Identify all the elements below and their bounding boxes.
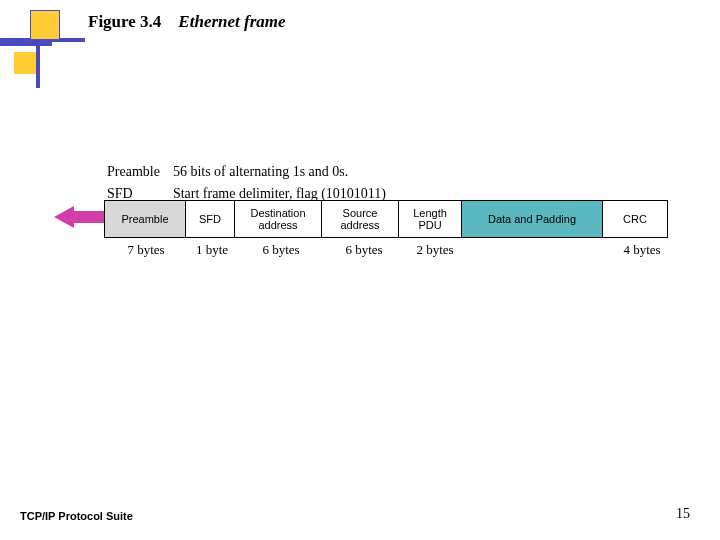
frame-field: Sourceaddress <box>322 201 399 238</box>
frame-field: Data and Padding <box>462 201 603 238</box>
frame-field-size: 4 bytes <box>610 242 674 258</box>
direction-arrow-icon <box>54 206 110 228</box>
figure-title: Figure 3.4 Ethernet frame <box>88 12 286 32</box>
footer-source: TCP/IP Protocol Suite <box>20 510 133 522</box>
figure-number: Figure 3.4 <box>88 12 161 31</box>
frame-field: Destinationaddress <box>235 201 322 238</box>
header-vertical-rule <box>36 38 40 88</box>
frame-field-size <box>468 242 608 258</box>
def-term: Preamble <box>106 162 170 182</box>
header-rule-short <box>0 42 52 46</box>
page-number: 15 <box>676 506 690 522</box>
figure-caption: Ethernet frame <box>178 12 285 31</box>
frame-field-size: 6 bytes <box>238 242 324 258</box>
header-square-icon <box>30 10 60 40</box>
frame-field-size: 7 bytes <box>106 242 186 258</box>
frame-field: LengthPDU <box>399 201 462 238</box>
frame-field-size: 2 bytes <box>404 242 466 258</box>
field-sizes-row: 7 bytes1 byte6 bytes6 bytes2 bytes4 byte… <box>104 240 676 260</box>
ethernet-frame-diagram: PreambleSFDDestinationaddressSourceaddre… <box>104 200 668 238</box>
frame-field: SFD <box>186 201 235 238</box>
frame-field: Preamble <box>105 201 186 238</box>
frame-field-size: 1 byte <box>188 242 236 258</box>
frame-field-size: 6 bytes <box>326 242 402 258</box>
slide: Figure 3.4 Ethernet frame Preamble56 bit… <box>0 0 720 540</box>
def-desc: 56 bits of alternating 1s and 0s. <box>172 162 396 182</box>
frame-field: CRC <box>603 201 668 238</box>
header-square-small-icon <box>14 52 36 74</box>
